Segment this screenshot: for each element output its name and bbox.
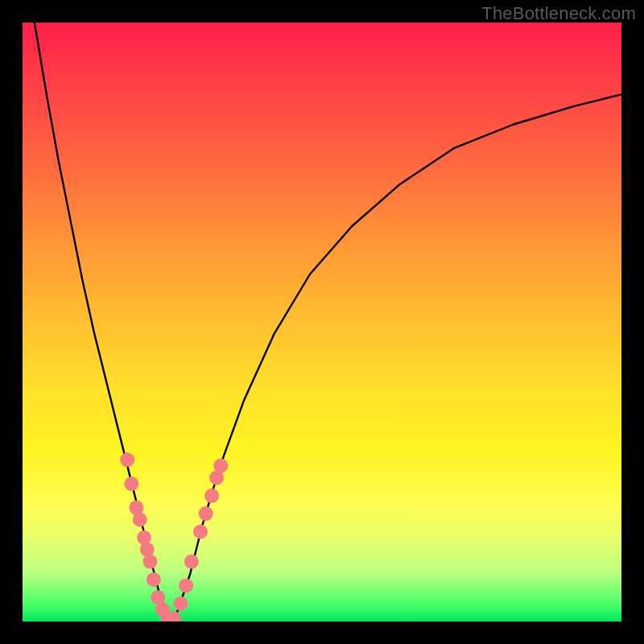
sample-dot xyxy=(204,489,219,503)
sample-dot xyxy=(179,578,193,592)
sample-dot xyxy=(213,459,228,473)
chart-svg xyxy=(23,23,621,621)
sample-dot xyxy=(133,513,147,527)
sample-dot xyxy=(173,597,188,611)
sample-dots xyxy=(120,452,228,621)
sample-dot xyxy=(143,555,158,569)
sample-dot xyxy=(184,555,199,569)
sample-dot xyxy=(193,524,208,539)
sample-dot xyxy=(147,572,161,587)
sample-dot xyxy=(199,506,213,521)
bottleneck-curve xyxy=(35,23,621,621)
bottleneck-curve-path xyxy=(35,23,621,621)
sample-dot xyxy=(124,477,138,491)
sample-dot xyxy=(120,452,134,467)
chart-frame: TheBottleneck.com xyxy=(0,0,644,644)
watermark-text: TheBottleneck.com xyxy=(481,3,636,24)
plot-area xyxy=(23,23,621,621)
